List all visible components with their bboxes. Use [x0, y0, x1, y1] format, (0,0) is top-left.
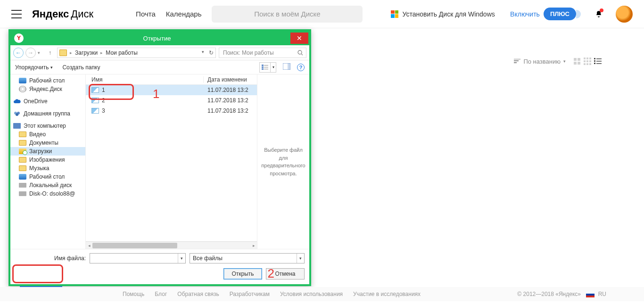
- tree-local-disk[interactable]: Локальный диск: [10, 181, 85, 189]
- tree-desktop[interactable]: Рабочий стол: [10, 76, 85, 85]
- bell-icon[interactable]: [595, 9, 603, 19]
- flag-ru-icon: [586, 292, 594, 297]
- folder-icon: [19, 165, 26, 171]
- file-row[interactable]: 1 11.07.2018 13:2: [86, 85, 257, 95]
- svg-line-20: [301, 54, 303, 55]
- desktop-icon: [19, 174, 26, 180]
- footer-blog[interactable]: Блог: [155, 291, 167, 297]
- search-placeholder-text: Поиск: Мои работы: [223, 49, 274, 56]
- new-folder-button[interactable]: Создать папку: [62, 64, 100, 71]
- nav-mail[interactable]: Почта: [136, 10, 156, 18]
- scroll-right-icon[interactable]: ▸: [250, 242, 257, 249]
- close-icon[interactable]: ✕: [290, 33, 308, 44]
- tree-pictures[interactable]: Изображения: [10, 156, 85, 164]
- svg-point-31: [16, 113, 18, 116]
- plus-area: Включить ПЛЮС: [510, 6, 633, 23]
- nav-up-icon[interactable]: ↑: [45, 48, 55, 58]
- tree-yandex-disk[interactable]: Яндекс.Диск: [10, 85, 85, 93]
- file-type-filter[interactable]: Все файлы ▾: [190, 253, 305, 263]
- tree-documents[interactable]: Документы: [10, 139, 85, 147]
- svg-rect-22: [264, 65, 268, 66]
- svg-rect-21: [262, 65, 264, 66]
- dialog-search-input[interactable]: Поиск: Мои работы: [219, 48, 306, 58]
- file-row[interactable]: 2 11.07.2018 13:2: [86, 95, 257, 106]
- enable-label[interactable]: Включить: [510, 10, 540, 18]
- col-date[interactable]: Дата изменени: [204, 76, 256, 83]
- filename-input[interactable]: ▾: [90, 253, 186, 263]
- svg-rect-10: [584, 63, 586, 65]
- svg-rect-24: [264, 67, 268, 67]
- nav-calendar[interactable]: Календарь: [166, 10, 202, 18]
- chevron-down-icon: ▾: [50, 65, 53, 70]
- tree-desktop2[interactable]: Рабочий стол: [10, 173, 85, 181]
- tree-this-pc[interactable]: Этот компьютер: [10, 122, 85, 130]
- tree-onedrive[interactable]: OneDrive: [10, 97, 85, 106]
- cancel-button[interactable]: Отмена: [266, 268, 305, 279]
- breadcrumb-works[interactable]: Мои работы: [106, 49, 138, 56]
- view-large-icon[interactable]: [573, 58, 581, 65]
- refresh-icon[interactable]: ↻: [209, 49, 214, 56]
- copyright: © 2012—2018 «Яндекс» RU: [517, 291, 606, 297]
- nav-recent-chevron[interactable]: ▾: [38, 50, 40, 55]
- chevron-right-icon: ▸: [100, 50, 103, 55]
- sort-icon: [514, 59, 520, 64]
- chevron-down-icon: ▾: [563, 59, 566, 64]
- tree-music[interactable]: Музыка: [10, 164, 85, 173]
- scrollbar-thumb[interactable]: [92, 243, 177, 248]
- chevron-down-icon[interactable]: ▾: [202, 49, 204, 56]
- organize-menu[interactable]: Упорядочить ▾: [15, 64, 53, 71]
- footer-feedback[interactable]: Обратная связь: [177, 291, 219, 297]
- view-small-icon[interactable]: [584, 58, 591, 65]
- column-headers: Имя Дата изменени: [86, 74, 257, 85]
- footer-help[interactable]: Помощь: [123, 291, 144, 297]
- svg-rect-18: [596, 63, 602, 64]
- folder-icon: [59, 49, 67, 56]
- plus-pill[interactable]: ПЛЮС: [544, 8, 576, 20]
- tree-homegroup[interactable]: Домашняя группа: [10, 109, 85, 118]
- open-button[interactable]: Открыть: [223, 268, 262, 279]
- svg-rect-16: [596, 61, 602, 62]
- hamburger-icon[interactable]: [11, 10, 22, 18]
- sort-dropdown[interactable]: По названию ▾: [514, 58, 566, 65]
- tree-videos[interactable]: Видео: [10, 130, 85, 139]
- install-label: Установить Диск для Windows: [402, 10, 495, 18]
- footer-developers[interactable]: Разработчикам: [230, 291, 270, 297]
- file-open-dialog: Y Открытие ✕ ← → ▾ ↑ ▸ Загрузки ▸ Мои ра…: [8, 29, 311, 286]
- dialog-body: Рабочий стол Яндекс.Диск OneDrive Домашн…: [10, 74, 309, 249]
- svg-rect-5: [586, 58, 588, 59]
- chevron-down-icon[interactable]: ▾: [178, 254, 185, 263]
- footer-research[interactable]: Участие в исследованиях: [353, 291, 421, 297]
- folder-tree: Рабочий стол Яндекс.Диск OneDrive Домашн…: [10, 74, 86, 249]
- avatar[interactable]: [616, 6, 633, 23]
- footer-terms[interactable]: Условия использования: [280, 291, 343, 297]
- tree-disk-o[interactable]: Disk-O: dsolo88@: [10, 189, 85, 198]
- col-name[interactable]: Имя: [86, 76, 204, 83]
- image-file-icon: [91, 87, 99, 93]
- nav-back-icon[interactable]: ←: [13, 48, 24, 58]
- lang-label[interactable]: RU: [598, 291, 606, 297]
- address-field[interactable]: ▸ Загрузки ▸ Мои работы ▾ ↻: [57, 48, 216, 58]
- folder-icon: [19, 157, 26, 163]
- pc-icon: [13, 123, 21, 129]
- drive-icon: [19, 183, 26, 188]
- drive-icon: [19, 191, 26, 196]
- horizontal-scrollbar[interactable]: ◂ ▸: [86, 241, 257, 249]
- scroll-left-icon[interactable]: ◂: [86, 242, 92, 249]
- svg-rect-23: [262, 66, 264, 68]
- view-list-icon[interactable]: [594, 58, 602, 65]
- file-row[interactable]: 3 11.07.2018 13:2: [86, 106, 257, 116]
- breadcrumb-downloads[interactable]: Загрузки: [75, 49, 98, 56]
- nav-forward-icon[interactable]: →: [25, 48, 36, 58]
- svg-rect-8: [586, 60, 588, 62]
- logo[interactable]: Яндекс Диск: [32, 8, 93, 20]
- chevron-down-icon[interactable]: ▾: [297, 254, 304, 263]
- filename-label: Имя файла:: [15, 255, 86, 262]
- install-disk-link[interactable]: Установить Диск для Windows: [391, 10, 495, 18]
- help-icon[interactable]: ?: [297, 64, 305, 71]
- svg-rect-7: [584, 60, 586, 62]
- tree-downloads[interactable]: Загрузки: [10, 147, 85, 156]
- search-input[interactable]: Поиск в моём Диске: [212, 6, 363, 23]
- preview-pane-icon[interactable]: [283, 63, 290, 71]
- svg-rect-17: [594, 63, 595, 64]
- view-mode-button[interactable]: ▾: [259, 62, 276, 73]
